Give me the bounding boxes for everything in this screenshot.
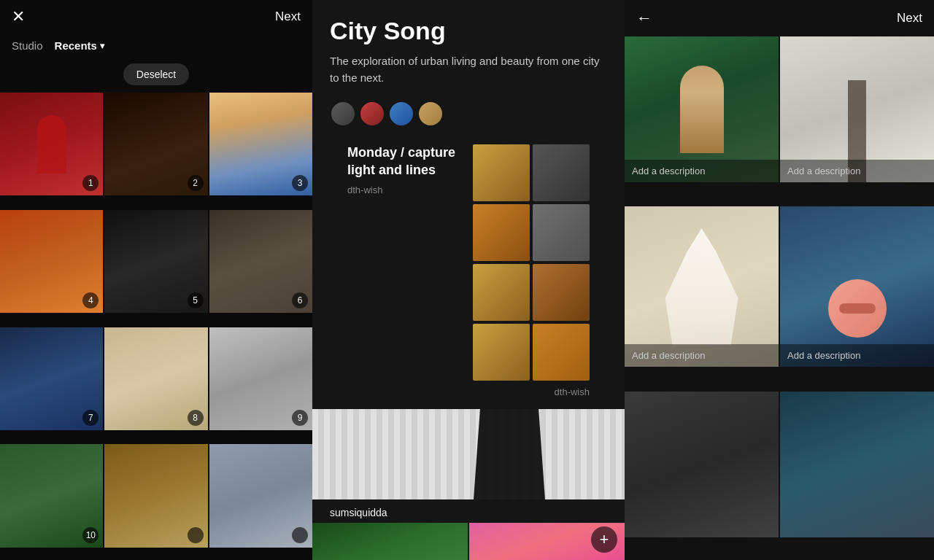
bottom-img-2: +: [469, 523, 625, 560]
recents-dropdown[interactable]: Recents ▾: [55, 39, 104, 52]
avatar-group: [330, 101, 607, 127]
author-label-2: dth-wish: [555, 386, 590, 397]
middle-images: sumsiquidda +: [312, 409, 625, 560]
photo-cell-10[interactable]: 10: [0, 444, 103, 547]
photo-cell-1[interactable]: 1: [0, 93, 103, 195]
right-cell-6: [780, 392, 934, 537]
thumb-5: [473, 264, 530, 321]
right-cell-5: [625, 392, 779, 537]
thumb-4: [533, 204, 590, 261]
left-header: ✕ Next: [0, 0, 312, 34]
add-button[interactable]: +: [591, 526, 617, 553]
post-row: Monday / capture light and lines dth-wis…: [330, 144, 607, 381]
photo-num-8: 8: [188, 410, 204, 426]
photo-num-6: 6: [292, 292, 308, 308]
avatar-2: [359, 101, 385, 127]
left-panel: ✕ Next Studio Recents ▾ Deselect 1 2 3: [0, 0, 312, 560]
post-title-area: Monday / capture light and lines dth-wis…: [347, 144, 464, 195]
thumb-8: [533, 324, 590, 381]
back-button[interactable]: ←: [636, 9, 652, 28]
photo-num-9: 9: [292, 410, 308, 426]
right-cell-4: Add a description: [780, 206, 934, 367]
middle-large-image: [312, 409, 625, 499]
author-2-area: dth-wish: [330, 384, 607, 397]
photo-cell-4[interactable]: 4: [0, 210, 103, 313]
avatar-3: [388, 101, 414, 127]
right-cell-3: Add a description: [625, 206, 779, 367]
add-desc-3[interactable]: Add a description: [625, 344, 779, 367]
photo-num-5: 5: [188, 292, 204, 308]
studio-tab[interactable]: Studio: [12, 39, 43, 52]
photo-num-12: [292, 527, 308, 543]
middle-author: sumsiquidda: [312, 501, 625, 521]
recents-label: Recents: [55, 39, 97, 52]
post-title: Monday / capture light and lines: [347, 144, 464, 179]
photo-cell-11[interactable]: [104, 444, 207, 547]
deselect-button[interactable]: Deselect: [123, 63, 189, 85]
post-thumbs: [473, 144, 590, 381]
close-button[interactable]: ✕: [12, 9, 25, 25]
add-desc-2[interactable]: Add a description: [780, 160, 934, 182]
photo-cell-3[interactable]: 3: [209, 93, 312, 195]
photo-cell-9[interactable]: 9: [209, 327, 312, 430]
add-desc-4[interactable]: Add a description: [780, 344, 934, 367]
photo-num-11: [188, 527, 204, 543]
thumb-7: [473, 324, 530, 381]
thumb-3: [473, 204, 530, 261]
middle-content: City Song The exploration of urban livin…: [312, 0, 625, 409]
photo-grid: 1 2 3 4 5 6 7 8: [0, 93, 312, 560]
bottom-img-1: [312, 523, 468, 560]
right-header: ← Next: [625, 0, 934, 36]
avatar-1: [330, 101, 356, 127]
right-next-button[interactable]: Next: [897, 11, 922, 26]
avatar-4: [417, 101, 444, 127]
thumb-1: [473, 144, 530, 201]
add-desc-1[interactable]: Add a description: [625, 160, 779, 182]
photo-num-2: 2: [188, 175, 204, 191]
chevron-down-icon: ▾: [100, 41, 104, 51]
right-panel: ← Next Add a description Add a descripti…: [625, 0, 934, 560]
right-cell-1: Add a description: [625, 36, 779, 182]
right-cell-2: Add a description: [780, 36, 934, 182]
right-grid: Add a description Add a description Add …: [625, 36, 934, 560]
photo-num-10: 10: [82, 527, 99, 543]
city-song-desc: The exploration of urban living and beau…: [330, 53, 607, 86]
photo-cell-12[interactable]: [209, 444, 312, 547]
middle-panel: City Song The exploration of urban livin…: [312, 0, 625, 560]
photo-cell-2[interactable]: 2: [104, 93, 207, 195]
middle-bottom-images: +: [312, 523, 625, 560]
left-next-button[interactable]: Next: [275, 9, 301, 24]
photo-cell-6[interactable]: 6: [209, 210, 312, 313]
author-label-1: dth-wish: [347, 182, 464, 195]
photo-num-7: 7: [82, 410, 99, 426]
city-song-title: City Song: [330, 18, 607, 44]
thumb-6: [533, 264, 590, 321]
deselect-area: Deselect: [0, 61, 312, 93]
photo-cell-5[interactable]: 5: [104, 210, 207, 313]
photo-cell-8[interactable]: 8: [104, 327, 207, 430]
left-nav: Studio Recents ▾: [0, 34, 312, 61]
thumb-2: [533, 144, 590, 201]
photo-cell-7[interactable]: 7: [0, 327, 103, 430]
